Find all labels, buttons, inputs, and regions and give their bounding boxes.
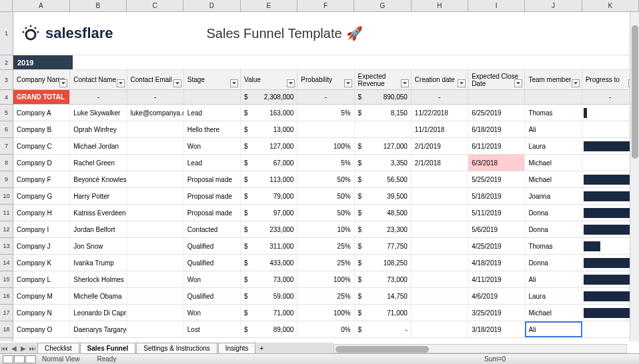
created-cell[interactable]: 2/1/2018 — [412, 155, 468, 171]
view-pagebreak-button[interactable] — [25, 355, 36, 363]
stage-cell[interactable]: Lead — [184, 105, 241, 121]
expected-cell[interactable]: $- — [355, 321, 412, 337]
column-letter[interactable]: I — [468, 0, 525, 11]
value-cell[interactable]: $79,000 — [241, 188, 297, 204]
column-letter[interactable]: G — [354, 0, 411, 11]
column-letter[interactable]: K — [582, 0, 639, 11]
expected-cell[interactable]: $23,300 — [355, 221, 412, 237]
close-date-cell[interactable]: 4/25/2019 — [468, 238, 525, 254]
close-date-cell[interactable]: 6/25/2019 — [468, 105, 525, 121]
filter-dropdown-icon[interactable] — [401, 79, 409, 87]
value-cell[interactable]: $71,000 — [241, 305, 297, 321]
company-cell[interactable]: Company D — [13, 155, 70, 171]
filter-dropdown-icon[interactable] — [344, 79, 352, 87]
company-cell[interactable]: Company F — [13, 171, 70, 187]
value-cell[interactable]: $13,000 — [241, 121, 297, 137]
contact-cell[interactable]: Michael Jordan — [70, 138, 127, 154]
column-letter[interactable]: C — [127, 0, 183, 11]
row-num[interactable]: 13 — [0, 238, 13, 255]
close-date-cell[interactable]: 5/6/2019 — [468, 221, 525, 237]
column-letter[interactable]: H — [412, 0, 468, 11]
company-cell[interactable]: Company O — [13, 321, 70, 337]
company-cell[interactable]: Company C — [13, 138, 70, 154]
filter-dropdown-icon[interactable] — [230, 79, 238, 87]
close-date-cell[interactable]: 6/18/2019 — [468, 121, 525, 137]
row-num[interactable]: 5 — [0, 105, 13, 121]
row-num[interactable]: 9 — [0, 171, 13, 188]
probability-cell[interactable]: 5% — [297, 155, 354, 171]
expected-cell[interactable]: $39,500 — [355, 188, 412, 204]
column-header[interactable]: Expected Revenue — [355, 70, 412, 89]
column-letter[interactable]: B — [70, 0, 127, 11]
column-header[interactable]: Probability — [297, 70, 354, 89]
company-cell[interactable]: Company K — [13, 255, 70, 271]
email-cell[interactable] — [127, 171, 184, 187]
vertical-scrollbar[interactable] — [630, 12, 639, 341]
stage-cell[interactable]: Lead — [184, 155, 241, 171]
row-num[interactable]: 16 — [0, 288, 13, 305]
expected-cell[interactable]: $48,500 — [355, 205, 412, 221]
expected-cell[interactable]: $56,500 — [355, 171, 412, 187]
row-num[interactable]: 17 — [0, 305, 13, 321]
horizontal-scrollbar[interactable] — [334, 344, 627, 353]
close-date-cell[interactable]: 3/18/2019 — [468, 321, 525, 337]
column-header[interactable]: Value — [241, 70, 297, 89]
probability-cell[interactable] — [297, 121, 354, 137]
probability-cell[interactable]: 5% — [297, 105, 354, 121]
member-cell[interactable]: Ali▴▾ — [525, 321, 582, 337]
probability-cell[interactable]: 100% — [297, 305, 354, 321]
filter-dropdown-icon[interactable] — [117, 79, 125, 87]
contact-cell[interactable]: Luke Skywalker — [70, 105, 127, 121]
row-num[interactable]: 1 — [0, 12, 13, 55]
stage-cell[interactable]: Lost — [184, 321, 241, 337]
contact-cell[interactable]: Daenarys Targaryen — [70, 321, 127, 337]
member-cell[interactable]: Donna — [525, 255, 582, 271]
created-cell[interactable] — [412, 288, 468, 304]
created-cell[interactable] — [412, 321, 468, 337]
stage-cell[interactable]: Hello there — [184, 121, 241, 137]
contact-cell[interactable]: Michelle Obama — [70, 288, 127, 304]
row-num[interactable]: 2 — [0, 55, 13, 70]
member-cell[interactable]: Michael — [525, 171, 582, 187]
row-num[interactable]: 10 — [0, 188, 13, 205]
row-num[interactable]: 12 — [0, 221, 13, 238]
expected-cell[interactable]: $108,250 — [355, 255, 412, 271]
member-cell[interactable]: Michael — [525, 305, 582, 321]
expected-cell[interactable]: $3,350 — [355, 155, 412, 171]
member-cell[interactable]: Joanna — [525, 188, 582, 204]
contact-cell[interactable]: Jordan Belfort — [70, 221, 127, 237]
row-num[interactable]: 11 — [0, 205, 13, 221]
member-cell[interactable]: Michael — [525, 155, 582, 171]
expected-cell[interactable]: $73,000 — [355, 271, 412, 287]
close-date-cell[interactable]: 5/18/2019 — [468, 188, 525, 204]
expected-cell[interactable]: $77,750 — [355, 238, 412, 254]
sheet-tab[interactable]: Settings & Instructions — [136, 343, 217, 353]
column-header[interactable]: Company Name — [13, 70, 70, 89]
close-date-cell[interactable]: 3/25/2019 — [468, 305, 525, 321]
value-cell[interactable]: $311,000 — [241, 238, 297, 254]
view-normal-button[interactable] — [3, 355, 13, 363]
filter-dropdown-icon[interactable] — [59, 79, 67, 87]
value-cell[interactable]: $127,000 — [241, 138, 297, 154]
row-num[interactable]: 7 — [0, 138, 13, 155]
probability-cell[interactable]: 50% — [297, 205, 354, 221]
column-header[interactable]: Contact Name — [70, 70, 127, 89]
company-cell[interactable]: Company L — [13, 271, 70, 287]
email-cell[interactable] — [127, 321, 184, 337]
email-cell[interactable] — [127, 188, 184, 204]
tab-nav-first[interactable]: ⏮ — [0, 345, 9, 352]
row-num[interactable]: 15 — [0, 271, 13, 288]
row-num[interactable]: 18 — [0, 321, 13, 338]
column-header[interactable]: Expected Close Date — [468, 70, 525, 89]
created-cell[interactable]: 11/22/2018 — [412, 105, 468, 121]
probability-cell[interactable]: 10% — [297, 221, 354, 237]
value-cell[interactable]: $163,000 — [241, 105, 297, 121]
sheet-tab[interactable]: Checklist — [37, 343, 79, 353]
expected-cell[interactable]: $14,750 — [355, 288, 412, 304]
stage-cell[interactable]: Won — [184, 271, 241, 287]
stage-cell[interactable]: Qualified — [184, 238, 241, 254]
email-cell[interactable] — [127, 121, 184, 137]
column-letter[interactable]: E — [241, 0, 297, 11]
select-all-corner[interactable] — [0, 0, 13, 11]
member-cell[interactable]: Ali — [525, 121, 582, 137]
